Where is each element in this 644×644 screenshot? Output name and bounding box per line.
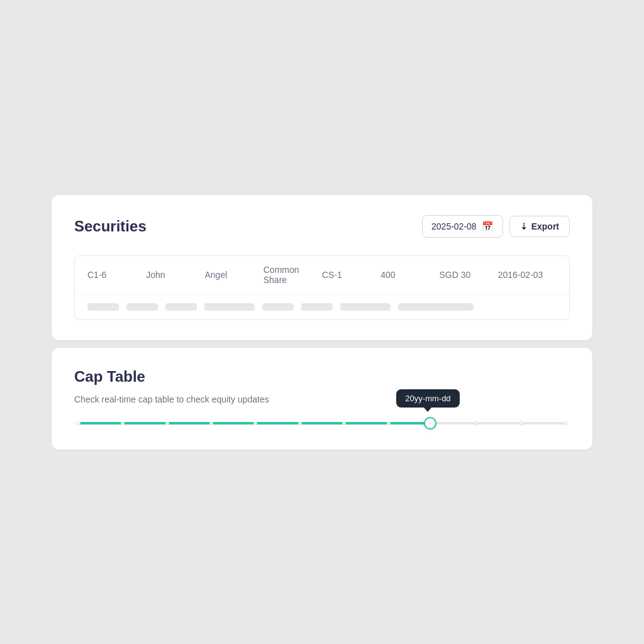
skeleton-cell [262,303,294,311]
slider-wrapper: 20yy-mm-dd [74,422,570,430]
cell-share-class: Common Share [264,265,322,285]
skeleton-cell [301,303,333,311]
page-wrapper: Securities 2025-02-08 📅 ⇣ Export C1-6 Jo… [52,195,592,450]
cell-name: John [146,270,204,280]
skeleton-row [75,294,569,319]
cell-quantity: 400 [380,270,439,280]
skeleton-cell [87,303,119,311]
securities-header: Securities 2025-02-08 📅 ⇣ Export [74,215,570,238]
table-row: C1-6 John Angel Common Share CS-1 400 SG… [75,256,569,294]
cap-table-title: Cap Table [74,368,570,386]
cell-series: CS-1 [322,270,380,280]
securities-card: Securities 2025-02-08 📅 ⇣ Export C1-6 Jo… [52,195,592,340]
skeleton-cell [204,303,255,311]
skeleton-cell [340,303,391,311]
header-actions: 2025-02-08 📅 ⇣ Export [422,215,570,238]
export-label: Export [531,221,559,231]
skeleton-cell [398,303,474,311]
cap-table-card: Cap Table Check real-time cap table to c… [52,348,592,450]
date-picker-button[interactable]: 2025-02-08 📅 [422,215,503,238]
slider-track [77,422,567,425]
cell-price: SGD 30 [440,270,498,280]
cell-type: Angel [205,270,264,280]
cell-date: 2016-02-03 [498,270,557,280]
skeleton-cell [126,303,158,311]
cell-id: C1-6 [87,270,146,280]
securities-title: Securities [74,218,147,235]
skeleton-cell [165,303,197,311]
download-icon: ⇣ [520,221,528,231]
export-button[interactable]: ⇣ Export [509,216,570,237]
calendar-icon: 📅 [482,221,494,232]
date-value: 2025-02-08 [431,221,477,231]
cap-table-description: Check real-time cap table to check equit… [74,394,570,404]
securities-table: C1-6 John Angel Common Share CS-1 400 SG… [74,255,570,320]
